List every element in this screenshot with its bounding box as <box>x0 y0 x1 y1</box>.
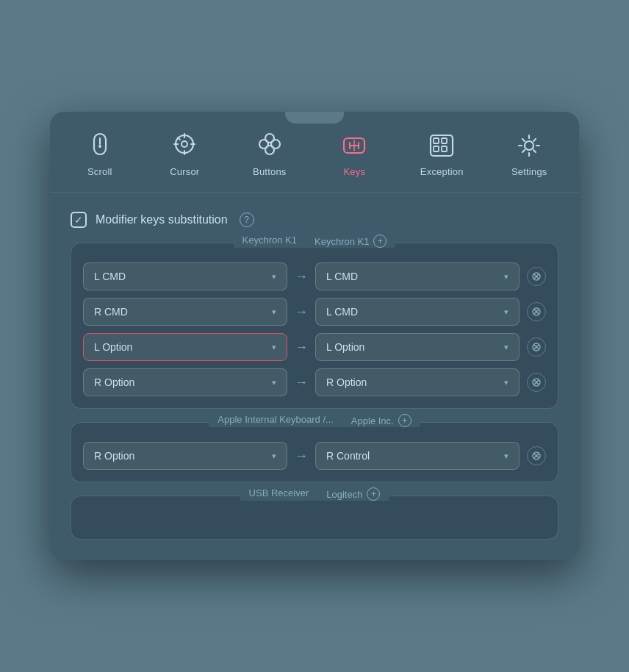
keychron-remove-button-3[interactable] <box>527 337 546 357</box>
chevron-down-icon: ▾ <box>504 378 508 387</box>
exception-label: Exception <box>420 166 464 177</box>
table-row: L CMD ▾ → L CMD ▾ <box>83 262 546 290</box>
keychron-from-select-4[interactable]: R Option ▾ <box>83 368 287 396</box>
modifier-checkbox-wrapper[interactable]: ✓ <box>71 212 87 228</box>
scroll-label: Scroll <box>87 166 112 177</box>
modifier-checkbox[interactable]: ✓ <box>71 212 87 228</box>
arrow-icon-5: → <box>295 448 308 464</box>
window-notch <box>285 112 344 124</box>
apple-to-value-1: R Control <box>326 450 370 462</box>
exception-icon <box>425 129 458 162</box>
keychron-from-value-1: L CMD <box>94 271 126 282</box>
usb-title-left: USB Receiver <box>240 487 318 501</box>
chevron-down-icon: ▾ <box>272 343 276 352</box>
apple-title-left: Apple Internal Keyboard /... <box>209 414 342 427</box>
usb-title-right: Logitech + <box>317 487 389 501</box>
keychron-to-value-3: L Option <box>326 341 364 353</box>
keychron-section: Keychron K1 Keychron K1 + L CMD ▾ → L CM… <box>71 243 558 409</box>
table-row: L Option ▾ → L Option ▾ <box>83 333 546 361</box>
svg-point-13 <box>265 146 274 154</box>
keychron-to-select-4[interactable]: R Option ▾ <box>315 368 520 396</box>
keychron-to-select-1[interactable]: L CMD ▾ <box>315 262 520 290</box>
chevron-down-icon: ▾ <box>504 451 508 461</box>
keychron-from-value-2: R CMD <box>94 306 128 318</box>
keychron-from-value-3: L Option <box>94 341 132 353</box>
keychron-from-select-3[interactable]: L Option ▾ <box>83 333 287 361</box>
scroll-icon <box>84 129 116 162</box>
keychron-from-select-1[interactable]: L CMD ▾ <box>83 262 287 290</box>
keychron-to-value-1: L CMD <box>326 271 358 282</box>
apple-to-select-1[interactable]: R Control ▾ <box>315 442 520 470</box>
keychron-title-left: Keychron K1 <box>234 235 306 248</box>
table-row: R Option ▾ → R Control ▾ <box>83 442 546 470</box>
apple-add-button[interactable]: + <box>398 414 411 427</box>
svg-point-20 <box>525 141 533 150</box>
tab-keys[interactable]: Keys <box>325 125 384 182</box>
arrow-icon-1: → <box>295 269 308 285</box>
arrow-icon-3: → <box>295 340 308 355</box>
keychron-add-button[interactable]: + <box>373 235 387 248</box>
svg-rect-17 <box>442 138 447 143</box>
keychron-from-value-4: R Option <box>94 376 134 388</box>
apple-mappings: R Option ▾ → R Control ▾ <box>83 442 546 470</box>
usb-header: USB Receiver Logitech + <box>71 487 558 501</box>
keychron-title-right: Keychron K1 + <box>306 235 395 248</box>
apple-from-value-1: R Option <box>94 450 134 462</box>
apple-remove-button-1[interactable] <box>527 446 546 465</box>
settings-label: Settings <box>511 166 547 177</box>
tab-settings[interactable]: Settings <box>500 125 558 182</box>
help-icon[interactable]: ? <box>240 212 254 227</box>
arrow-icon-4: → <box>295 375 308 390</box>
keychron-remove-button-1[interactable] <box>527 267 546 286</box>
usb-add-button[interactable]: + <box>367 487 380 501</box>
main-window: Scroll Cursor <box>50 112 579 560</box>
table-row: R CMD ▾ → L CMD ▾ <box>83 298 546 326</box>
cursor-icon <box>168 129 201 162</box>
arrow-icon-2: → <box>295 304 308 320</box>
chevron-down-icon: ▾ <box>504 272 508 282</box>
keychron-to-select-2[interactable]: L CMD ▾ <box>315 298 520 326</box>
buttons-icon <box>254 129 286 162</box>
tab-cursor[interactable]: Cursor <box>155 125 214 182</box>
keychron-from-select-2[interactable]: R CMD ▾ <box>83 298 287 326</box>
tab-buttons[interactable]: Buttons <box>240 125 299 182</box>
keys-icon <box>338 129 370 162</box>
tab-scroll[interactable]: Scroll <box>71 125 129 182</box>
keychron-remove-button-2[interactable] <box>527 302 546 321</box>
modifier-label: Modifier keys substitution <box>96 213 228 226</box>
chevron-down-icon: ▾ <box>272 272 276 282</box>
modifier-row: ✓ Modifier keys substitution ? <box>71 210 558 229</box>
settings-icon <box>513 129 545 162</box>
toolbar: Scroll Cursor <box>50 112 579 193</box>
chevron-down-icon: ▾ <box>272 307 276 317</box>
chevron-down-icon: ▾ <box>272 451 276 461</box>
apple-title-right: Apple Inc. + <box>342 414 420 427</box>
keychron-to-value-4: R Option <box>326 376 367 388</box>
cursor-label: Cursor <box>170 166 199 177</box>
keychron-to-value-2: L CMD <box>326 306 358 318</box>
svg-point-2 <box>98 145 101 148</box>
keychron-remove-button-4[interactable] <box>527 373 546 392</box>
chevron-down-icon: ▾ <box>504 343 508 352</box>
apple-section: Apple Internal Keyboard /... Apple Inc. … <box>71 422 558 482</box>
keychron-mappings: L CMD ▾ → L CMD ▾ <box>83 262 546 396</box>
keychron-header: Keychron K1 Keychron K1 + <box>71 235 558 248</box>
svg-rect-16 <box>434 138 439 143</box>
svg-point-4 <box>181 141 187 147</box>
keys-label: Keys <box>343 166 365 177</box>
svg-line-9 <box>178 137 180 140</box>
keychron-to-select-3[interactable]: L Option ▾ <box>315 333 520 361</box>
chevron-down-icon: ▾ <box>504 307 508 317</box>
chevron-down-icon: ▾ <box>272 378 276 387</box>
apple-from-select-1[interactable]: R Option ▾ <box>83 442 287 470</box>
tab-exception[interactable]: Exception <box>410 125 474 182</box>
buttons-label: Buttons <box>253 166 287 177</box>
content-area: ✓ Modifier keys substitution ? Keychron … <box>50 193 579 560</box>
apple-header: Apple Internal Keyboard /... Apple Inc. … <box>71 414 558 427</box>
svg-rect-19 <box>442 146 447 151</box>
usb-section: USB Receiver Logitech + <box>71 496 558 540</box>
svg-rect-18 <box>434 146 439 151</box>
table-row: R Option ▾ → R Option ▾ <box>83 368 546 396</box>
